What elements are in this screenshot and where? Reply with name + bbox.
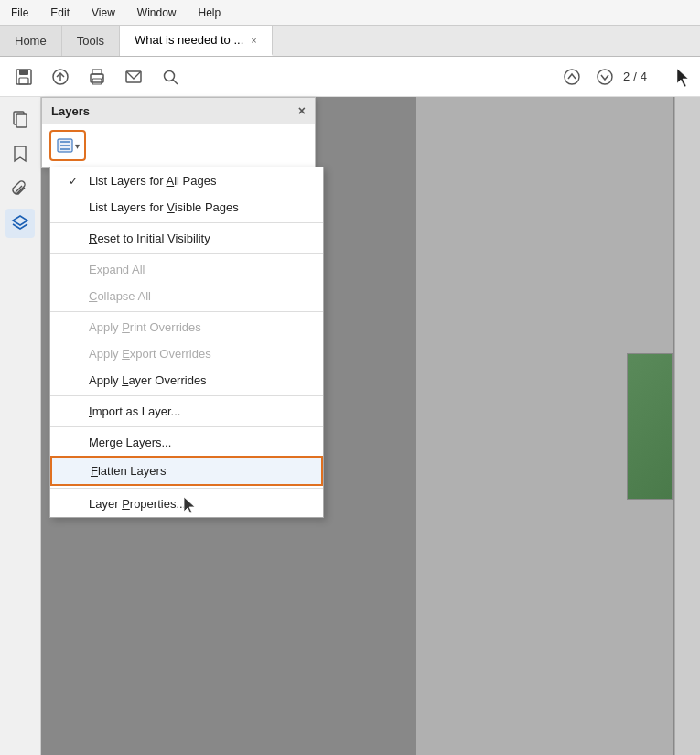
- page-separator: /: [633, 70, 637, 83]
- dropdown-list-all-pages[interactable]: ✓ List Layers for All Pages: [50, 167, 323, 194]
- page-down-button[interactable]: [590, 63, 619, 91]
- layers-panel-title: Layers: [51, 104, 90, 118]
- tab-tools[interactable]: Tools: [62, 26, 120, 56]
- svg-marker-13: [677, 69, 688, 87]
- svg-marker-17: [13, 216, 27, 225]
- menu-bar: File Edit View Window Help: [0, 0, 700, 26]
- save-icon: [14, 67, 34, 87]
- toolbar: 2 / 4: [0, 57, 700, 97]
- dropdown-collapse-all: Collapse All: [50, 283, 323, 309]
- print-button[interactable]: [81, 61, 113, 92]
- menu-edit[interactable]: Edit: [47, 5, 73, 21]
- layers-toolbar: ▾ ✓ List Layers for All Pages List Layer…: [42, 124, 315, 167]
- page-indicator: 2 / 4: [623, 70, 647, 83]
- pdf-thumbnail-image: [627, 353, 673, 500]
- svg-marker-16: [15, 146, 26, 161]
- svg-point-9: [165, 70, 175, 81]
- divider-3: [50, 311, 323, 312]
- dropdown-list-visible-pages[interactable]: List Layers for Visible Pages: [50, 194, 323, 221]
- dropdown-apply-print: Apply Print Overrides: [50, 314, 323, 340]
- layers-panel-close-button[interactable]: ×: [298, 103, 306, 118]
- layers-options-button[interactable]: ▾: [49, 130, 86, 161]
- left-sidebar: [0, 97, 41, 755]
- dropdown-merge-layers[interactable]: Merge Layers...: [50, 429, 323, 456]
- layers-panel: Layers × ▾ ✓ List Layers for All Pages: [41, 97, 316, 168]
- menu-window[interactable]: Window: [134, 5, 180, 21]
- main-area: Layers × ▾ ✓ List Layers for All Pages: [0, 97, 700, 755]
- svg-rect-6: [92, 79, 102, 84]
- divider-2: [50, 253, 323, 254]
- current-page: 2: [623, 70, 630, 83]
- svg-rect-1: [19, 70, 28, 75]
- divider-6: [50, 488, 323, 489]
- dropdown-reset-visibility[interactable]: Reset to Initial Visibility: [50, 225, 323, 252]
- svg-point-7: [102, 77, 103, 79]
- menu-help[interactable]: Help: [195, 5, 225, 21]
- upload-button[interactable]: [44, 61, 77, 92]
- sidebar-layers-icon[interactable]: [5, 209, 35, 238]
- sidebar-attachments-icon[interactable]: [5, 174, 35, 203]
- menu-file[interactable]: File: [7, 5, 32, 21]
- upload-icon: [50, 67, 70, 87]
- save-button[interactable]: [7, 61, 40, 92]
- search-button[interactable]: [154, 61, 187, 92]
- divider-4: [50, 395, 323, 396]
- divider-5: [50, 426, 323, 427]
- dropdown-flatten-layers[interactable]: Flatten Layers: [50, 456, 323, 486]
- svg-point-11: [565, 70, 579, 84]
- email-button[interactable]: [117, 61, 150, 92]
- divider-1: [50, 222, 323, 223]
- page-up-button[interactable]: [557, 63, 587, 91]
- search-icon: [160, 67, 180, 87]
- cursor-tool-icon: [673, 67, 693, 87]
- dropdown-layer-properties[interactable]: Layer Properties...: [50, 491, 323, 517]
- page-navigation: 2 / 4: [557, 63, 647, 91]
- svg-rect-2: [19, 78, 28, 84]
- dropdown-apply-export: Apply Export Overrides: [50, 340, 323, 367]
- sidebar-bookmarks-icon[interactable]: [5, 139, 35, 168]
- tab-active-document[interactable]: What is needed to ... ×: [120, 26, 273, 56]
- check-list-all: ✓: [69, 175, 81, 188]
- sidebar-pages-icon[interactable]: [5, 104, 35, 134]
- svg-rect-15: [16, 114, 27, 127]
- layers-dropdown-menu: ✓ List Layers for All Pages List Layers …: [49, 167, 324, 518]
- dropdown-expand-all: Expand All: [50, 256, 323, 283]
- menu-view[interactable]: View: [88, 5, 119, 21]
- tab-close-button[interactable]: ×: [251, 35, 256, 46]
- svg-line-10: [173, 80, 178, 84]
- layers-panel-header: Layers ×: [42, 98, 315, 124]
- pdf-scrollbar-track[interactable]: [674, 97, 700, 755]
- dropdown-import-layer[interactable]: Import as Layer...: [50, 398, 323, 425]
- total-pages: 4: [641, 70, 647, 83]
- email-icon: [124, 67, 144, 87]
- tab-bar: Home Tools What is needed to ... ×: [0, 26, 700, 57]
- tab-home[interactable]: Home: [0, 26, 62, 56]
- page-up-icon: [563, 68, 581, 86]
- svg-point-12: [598, 70, 612, 84]
- page-down-icon: [596, 68, 614, 86]
- layers-options-icon: [57, 138, 73, 153]
- dropdown-apply-layer[interactable]: Apply Layer Overrides: [50, 367, 323, 394]
- print-icon: [87, 67, 107, 87]
- layers-options-arrow: ▾: [75, 141, 80, 151]
